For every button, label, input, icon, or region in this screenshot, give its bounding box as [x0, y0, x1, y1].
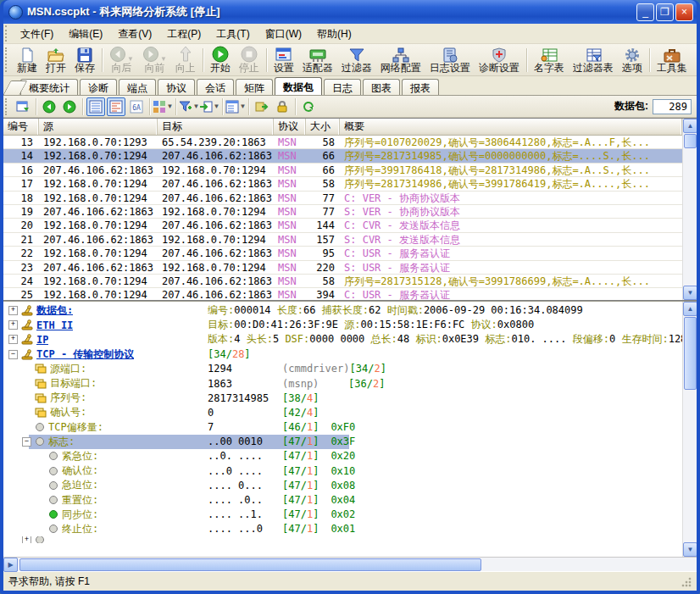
scroll-up-icon[interactable]: ▲: [683, 302, 697, 316]
columns-button[interactable]: ▼: [226, 97, 245, 116]
tab-conversations[interactable]: 会话: [197, 79, 234, 95]
column-header-sum[interactable]: 概要: [340, 119, 682, 135]
tree-row-tcp[interactable]: −TCP - 传输控制协议[34/28]: [3, 347, 682, 362]
open-button[interactable]: 打开: [42, 45, 70, 75]
toolset-button[interactable]: 工具集: [653, 45, 692, 75]
tab-summary[interactable]: 概要统计: [20, 79, 78, 95]
tree-row-src-port[interactable]: 源端口:1294(cmmdriver) [34/2]: [3, 362, 682, 376]
tree-row-flag-ack[interactable]: 确认位:...0 ....[47/1]0x10: [3, 464, 682, 478]
horizontal-scroll-thumb[interactable]: [19, 558, 481, 571]
minimize-button[interactable]: _: [636, 3, 654, 21]
goto-button[interactable]: ▼: [200, 97, 219, 116]
settings-button[interactable]: 设置: [269, 45, 298, 75]
table-row[interactable]: 13192.168.0.70:129365.54.239.20:1863MSN5…: [3, 136, 682, 149]
new-button[interactable]: 新建: [13, 45, 42, 75]
toolbar-grip[interactable]: [5, 47, 9, 73]
menu-item-tools[interactable]: 工具(T): [208, 25, 257, 42]
table-row[interactable]: 20192.168.0.70:1294207.46.106.62:1863MSN…: [3, 219, 682, 232]
tree-row-flag-rst[interactable]: 重置位:.... .0..[47/1]0x04: [3, 492, 682, 507]
menu-item-project[interactable]: 工程(P): [159, 25, 208, 42]
tree-row-flag-urg[interactable]: 紧急位:..0. ....[47/1]0x20: [3, 449, 682, 464]
table-row[interactable]: 24192.168.0.70:1294207.46.106.62:1863MSN…: [3, 275, 682, 288]
packet-list-scrollbar[interactable]: ▲ ▼: [682, 119, 697, 300]
tab-matrix[interactable]: 矩阵: [236, 79, 273, 95]
log-settings-button[interactable]: 日志设置: [425, 45, 475, 75]
tab-charts[interactable]: 图表: [363, 79, 400, 95]
column-header-src[interactable]: 源: [39, 119, 158, 135]
horizontal-scrollbar[interactable]: ◀ ▶: [3, 557, 697, 571]
nav-forward-button[interactable]: [60, 97, 79, 116]
name-table-button[interactable]: 名字表: [530, 45, 569, 75]
column-header-proto[interactable]: 协议: [274, 119, 306, 135]
detail-view-button[interactable]: [107, 97, 125, 116]
tab-logs[interactable]: 日志: [324, 79, 361, 95]
tree-row-dst-port[interactable]: 目标端口:1863(msnp) [36/2]: [3, 376, 682, 391]
table-row[interactable]: 22192.168.0.70:1294207.46.106.62:1863MSN…: [3, 247, 682, 260]
title-bar[interactable]: MSN.cscpkt - 科来网络分析系统 [停止] _ ❐ ×: [3, 0, 697, 24]
tree-row-eth[interactable]: +ETH II目标:00:D0:41:26:3F:9E 源:00:15:58:1…: [3, 318, 682, 332]
tab-reports[interactable]: 报表: [402, 79, 439, 95]
nav-back-button[interactable]: [40, 97, 58, 116]
expand-icon[interactable]: +: [8, 320, 18, 330]
lock-button[interactable]: [273, 97, 292, 116]
table-row[interactable]: 16207.46.106.62:1863192.168.0.70:1294MSN…: [3, 164, 682, 177]
network-config-button[interactable]: 网络配置: [376, 45, 425, 75]
scroll-right-icon[interactable]: ▶: [3, 558, 18, 572]
table-row[interactable]: 19207.46.106.62:1863192.168.0.70:1294MSN…: [3, 205, 682, 219]
tab-endpoints[interactable]: 端点: [119, 79, 156, 95]
table-row[interactable]: 23207.46.106.62:1863192.168.0.70:1294MSN…: [3, 261, 682, 275]
options-button[interactable]: 选项: [618, 45, 647, 75]
tree-row-flag-fin[interactable]: 终止位:.... ...0[47/1]0x01: [3, 522, 682, 536]
filter-button[interactable]: 过滤器: [337, 45, 376, 75]
column-header-no[interactable]: 编号: [3, 119, 39, 135]
menu-item-edit[interactable]: 编辑(E): [61, 25, 110, 42]
tree-row-flag-psh[interactable]: 急迫位:.... 0...[47/1]0x08: [3, 478, 682, 492]
maximize-button[interactable]: ❐: [656, 3, 674, 21]
menu-item-file[interactable]: 文件(F): [13, 25, 61, 42]
collapse-icon[interactable]: −: [22, 437, 31, 447]
tab-diagnosis[interactable]: 诊断: [80, 79, 117, 95]
table-row[interactable]: 18192.168.0.70:1294207.46.106.62:1863MSN…: [3, 192, 682, 205]
packet-list-scroll-thumb[interactable]: [684, 134, 697, 148]
expand-icon[interactable]: +: [8, 306, 18, 315]
tree-row-partial[interactable]: +: [3, 536, 682, 543]
tree-row-flags[interactable]: −标志:..00 0010[47/1]0x3F: [3, 435, 682, 449]
adapter-button[interactable]: 适配器: [298, 45, 337, 75]
tree-row-seq[interactable]: 序列号:2817314985[38/4]: [3, 391, 682, 405]
close-button[interactable]: ×: [675, 3, 693, 21]
matrix-view-button[interactable]: ▼: [153, 97, 172, 116]
scroll-down-icon[interactable]: ▼: [683, 542, 697, 557]
table-row[interactable]: 21207.46.106.62:1863192.168.0.70:1294MSN…: [3, 233, 682, 247]
tab-protocols[interactable]: 协议: [158, 79, 195, 95]
detail-tree-scrollbar[interactable]: ▲ ▼: [682, 302, 697, 557]
column-header-dst[interactable]: 目标: [158, 119, 274, 135]
refresh-button[interactable]: [299, 97, 318, 116]
tree-row-flag-syn[interactable]: 同步位:.... ..1.[47/1]0x02: [3, 508, 682, 522]
tree-row-ack[interactable]: 确认号:0[42/4]: [3, 405, 682, 419]
save-button[interactable]: 保存: [70, 45, 99, 75]
tab-packets[interactable]: 数据包: [275, 77, 322, 95]
detail-tree-scroll-thumb[interactable]: [684, 317, 697, 390]
scroll-up-icon[interactable]: ▲: [683, 119, 697, 133]
tree-row-offset[interactable]: TCP偏移量:7[46/1]0xF0: [3, 420, 682, 435]
list-view-button[interactable]: [86, 97, 105, 116]
expand-icon[interactable]: +: [22, 536, 31, 543]
menubar-grip[interactable]: [5, 25, 9, 41]
diagnosis-settings-button[interactable]: 诊断设置: [475, 45, 524, 75]
add-filter-button[interactable]: ▼: [180, 97, 198, 116]
table-row[interactable]: 17192.168.0.70:1294207.46.106.62:1863MSN…: [3, 177, 682, 191]
table-row[interactable]: 14192.168.0.70:1294207.46.106.62:1863MSN…: [3, 149, 682, 163]
tree-row-packet[interactable]: +数据包:编号:000014 长度:66 捕获长度:62 时间戳:2006-09…: [3, 303, 682, 318]
export-button[interactable]: [253, 97, 271, 116]
tree-row-ip[interactable]: +IP版本:4 头长:5 DSF:0000 0000 总长:48 标识:0x0E…: [3, 332, 682, 347]
menu-item-window[interactable]: 窗口(W): [258, 25, 309, 42]
start-button[interactable]: 开始: [206, 45, 235, 75]
column-header-size[interactable]: 大小: [306, 119, 340, 135]
menu-item-help[interactable]: 帮助(H): [309, 25, 359, 42]
menu-item-view[interactable]: 查看(V): [110, 25, 159, 42]
resize-grip[interactable]: [681, 576, 692, 587]
collapse-icon[interactable]: −: [8, 350, 18, 359]
expand-icon[interactable]: +: [8, 335, 18, 344]
packet-window-button[interactable]: [14, 97, 32, 116]
filter-table-button[interactable]: 过滤器表: [569, 45, 618, 75]
